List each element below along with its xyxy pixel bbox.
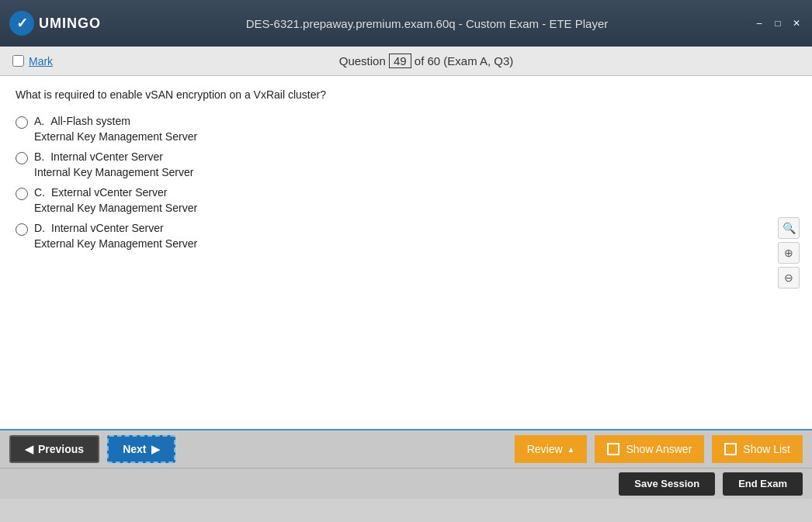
main-content: What is required to enable vSAN encrypti… [0, 76, 812, 429]
radio-a[interactable] [16, 116, 28, 129]
review-label: Review [527, 443, 563, 455]
show-list-button[interactable]: Show List [712, 435, 803, 463]
review-chevron-icon: ▲ [567, 445, 575, 454]
option-b-line1: Internal vCenter Server [50, 150, 163, 163]
radio-d[interactable] [16, 223, 28, 236]
search-icon[interactable]: 🔍 [778, 217, 800, 239]
option-b: B. Internal vCenter Server Internal Key … [16, 150, 796, 178]
option-a: A. All-Flash system External Key Managem… [16, 115, 796, 143]
option-d-line1: Internal vCenter Server [51, 222, 164, 234]
option-a-letter: A. [34, 115, 44, 127]
option-a-line1: All-Flash system [50, 115, 130, 127]
option-d-letter: D. [34, 222, 45, 234]
show-list-icon [724, 443, 737, 455]
option-b-letter: B. [34, 150, 44, 163]
question-info: Question 49 of 60 (Exam A, Q3) [53, 54, 800, 68]
option-d: D. Internal vCenter Server External Key … [16, 222, 796, 250]
zoom-in-icon[interactable]: ⊕ [778, 242, 800, 264]
question-text: What is required to enable vSAN encrypti… [16, 88, 796, 101]
previous-button[interactable]: ◀ Previous [9, 435, 99, 463]
end-exam-button[interactable]: End Exam [723, 472, 803, 496]
question-label: Question [339, 54, 386, 67]
radio-b[interactable] [16, 152, 28, 164]
show-list-label: Show List [743, 443, 790, 455]
option-c-line1: External vCenter Server [51, 186, 167, 199]
window-title: DES-6321.prepaway.premium.exam.60q - Cus… [101, 17, 753, 30]
nav-bar: ◀ Previous Next ▶ Review ▲ Show Answer S… [0, 429, 812, 468]
prev-chevron-icon: ◀ [25, 443, 33, 455]
question-of-total: of 60 (Exam A, Q3) [415, 54, 514, 67]
next-button[interactable]: Next ▶ [107, 435, 175, 463]
logo-text: UMINGO [39, 16, 101, 32]
option-c-letter: C. [34, 186, 45, 199]
show-answer-label: Show Answer [626, 443, 692, 455]
radio-c[interactable] [16, 188, 28, 200]
option-a-line2: External Key Management Server [34, 130, 796, 143]
window-controls: – □ ✕ [753, 17, 803, 29]
next-chevron-icon: ▶ [151, 443, 160, 455]
next-label: Next [123, 443, 146, 455]
zoom-out-icon[interactable]: ⊖ [778, 267, 800, 289]
option-c: C. External vCenter Server External Key … [16, 186, 796, 214]
previous-label: Previous [38, 443, 84, 455]
title-bar: ✓ UMINGO DES-6321.prepaway.premium.exam.… [0, 0, 812, 47]
mark-area: Mark [12, 55, 53, 67]
close-button[interactable]: ✕ [790, 17, 803, 29]
minimize-button[interactable]: – [753, 17, 765, 29]
option-c-line2: External Key Management Server [34, 202, 796, 214]
save-session-button[interactable]: Save Session [619, 472, 715, 496]
logo-icon: ✓ [9, 11, 34, 36]
action-bar: Save Session End Exam [0, 468, 812, 499]
review-button[interactable]: Review ▲ [515, 435, 588, 463]
logo: ✓ UMINGO [9, 11, 101, 36]
question-number: 49 [389, 54, 411, 68]
mark-label[interactable]: Mark [29, 55, 53, 67]
zoom-panel: 🔍 ⊕ ⊖ [778, 217, 800, 289]
show-answer-icon [607, 443, 619, 455]
maximize-button[interactable]: □ [772, 17, 784, 29]
mark-checkbox[interactable] [12, 55, 24, 67]
option-b-line2: Internal Key Management Server [34, 166, 796, 178]
option-d-line2: External Key Management Server [34, 237, 796, 250]
toolbar: Mark Question 49 of 60 (Exam A, Q3) [0, 47, 812, 76]
show-answer-button[interactable]: Show Answer [595, 435, 704, 463]
title-bar-left: ✓ UMINGO [9, 11, 101, 36]
